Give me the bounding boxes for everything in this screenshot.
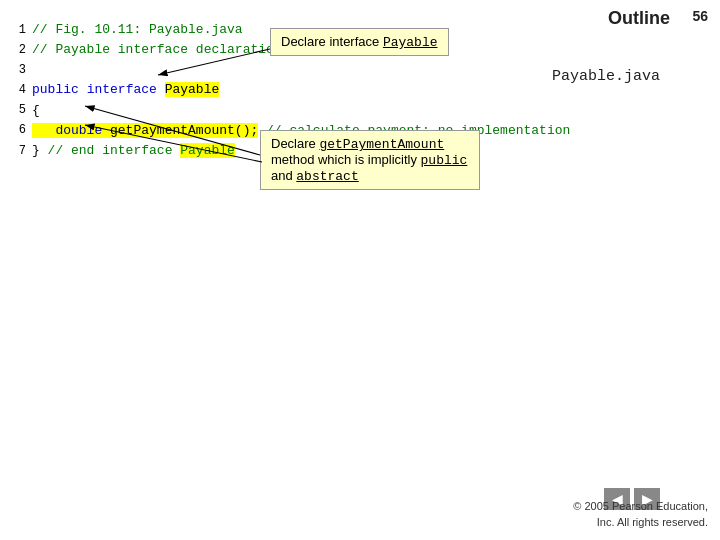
callout-declare-method: Declare getPaymentAmount method which is… [260,130,480,190]
line-num-1: 1 [10,21,26,40]
line-num-3: 3 [10,61,26,80]
callout-public-code: public [421,153,468,168]
code-line-5-text: { [32,101,40,121]
outline-label: Outline [608,8,670,29]
code-line-1-text: // Fig. 10.11: Payable.java [32,20,243,40]
line-num-4: 4 [10,81,26,100]
code-line-7-text: } // end interface Payable [32,141,235,161]
footer-line1: © 2005 Pearson Education, [573,499,708,514]
callout-abstract-code: abstract [296,169,358,184]
footer-line2: Inc. All rights reserved. [573,515,708,530]
line-num-6: 6 [10,121,26,140]
page-number: 56 [692,8,708,24]
code-line-3-text [32,60,40,80]
footer: © 2005 Pearson Education, Inc. All right… [573,499,708,530]
line-num-7: 7 [10,142,26,161]
code-line-5: 5 { [10,101,570,121]
callout-interface-code: Payable [383,35,438,50]
line-num-2: 2 [10,41,26,60]
line-num-5: 5 [10,101,26,120]
code-line-2-text: // Payable interface declaration. [32,40,289,60]
callout-method-code: getPaymentAmount [319,137,444,152]
callout-declare-interface: Declare interface Payable [270,28,449,56]
code-line-3: 3 [10,60,570,80]
code-line-4-text: public interface Payable [32,80,219,100]
code-line-4: 4 public interface Payable [10,80,570,100]
payable-java-label: Payable.java [552,68,660,85]
